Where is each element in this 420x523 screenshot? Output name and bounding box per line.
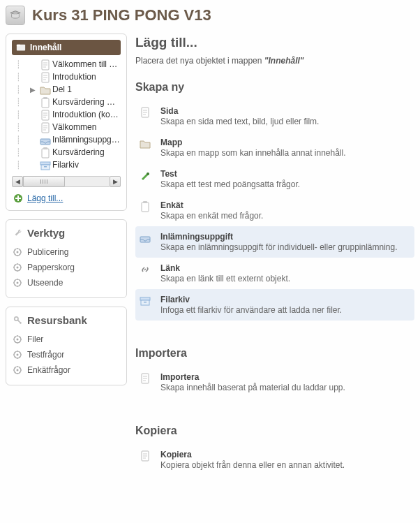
tree-guide: ┊	[16, 148, 27, 157]
option-title: Mapp	[160, 138, 346, 147]
page-icon	[40, 110, 50, 119]
side-item-label: Filer	[27, 334, 43, 344]
folder-icon	[16, 43, 26, 52]
section-import-title: Importera	[135, 347, 414, 360]
svg-point-18	[17, 267, 19, 269]
place-description: Placera det nya objektet i mappen "Inneh…	[135, 56, 414, 66]
tree-item[interactable]: ┊Välkommen till kurser	[12, 58, 121, 71]
section-create-title: Skapa ny	[135, 81, 414, 94]
page-icon	[140, 450, 152, 463]
create-option[interactable]: MappSkapa en mapp som kan innehålla anna…	[135, 132, 414, 163]
tree-item[interactable]: ┊Filarkiv	[12, 159, 121, 171]
tools-item[interactable]: Papperskorg	[12, 260, 121, 275]
wrench-icon	[13, 228, 23, 238]
tools-item[interactable]: Publicering	[12, 244, 121, 260]
archive-icon	[140, 295, 152, 308]
gear-icon	[13, 248, 22, 256]
horizontal-scrollbar[interactable]: ◀ ▶	[12, 175, 121, 188]
option-title: Länk	[160, 263, 290, 273]
option-title: Test	[160, 169, 300, 179]
scroll-right-button[interactable]: ▶	[110, 176, 121, 187]
option-description: Skapa en inlämningsuppgift för individue…	[160, 242, 398, 252]
svg-rect-5	[43, 97, 47, 99]
import-option[interactable]: ImporteraSkapa innehåll baserat på mater…	[135, 367, 414, 398]
resource-item[interactable]: Filer	[12, 332, 121, 347]
tree-item[interactable]: ┊Kursvärdering	[12, 146, 121, 159]
svg-point-16	[17, 251, 19, 253]
option-title: Importera	[160, 372, 345, 382]
gear-icon	[13, 263, 22, 272]
svg-rect-4	[42, 98, 49, 108]
tree-item[interactable]: ┊Inlämningsuppgift 2	[12, 133, 121, 146]
tools-title: Verktyg	[27, 227, 65, 239]
create-option[interactable]: SidaSkapa en sida med text, bild, ljud e…	[135, 101, 414, 132]
svg-point-23	[17, 339, 19, 341]
tree-root[interactable]: Innehåll	[12, 40, 121, 55]
side-item-label: Papperskorg	[27, 263, 75, 272]
tree-item[interactable]: ┊Kursvärdering V2013	[12, 96, 121, 108]
inbox-icon	[140, 233, 152, 245]
tree-guide: ┊	[16, 98, 27, 107]
gear-icon	[13, 351, 22, 359]
page-icon	[40, 72, 50, 82]
create-option[interactable]: FilarkivInfoga ett filarkiv för användar…	[135, 289, 414, 321]
copy-option[interactable]: KopieraKopiera objekt från denna eller e…	[135, 444, 414, 476]
main-title: Lägg till...	[135, 35, 414, 50]
resource-item[interactable]: Testfrågor	[12, 347, 121, 362]
tree-guide: ┊	[16, 60, 27, 69]
tree-guide: ┊	[16, 110, 27, 119]
scroll-left-button[interactable]: ◀	[12, 176, 23, 187]
side-item-label: Publicering	[27, 247, 68, 257]
resource-panel: Resursbank FilerTestfrågorEnkätfrågor	[6, 307, 127, 385]
option-description: Kopiera objekt från denna eller en annan…	[160, 460, 345, 470]
add-link-row[interactable]: Lägg till...	[12, 193, 121, 203]
plus-icon	[13, 193, 23, 203]
page-icon	[140, 107, 152, 119]
tree-item-label: Inlämningsuppgift 2	[52, 135, 121, 145]
clipboard-icon	[40, 147, 50, 157]
gear-icon	[13, 366, 22, 374]
svg-rect-10	[43, 147, 47, 149]
tree-item-label: Del 1	[52, 84, 72, 94]
page-icon	[140, 373, 152, 385]
tree-item-label: Introduktion (kopia)	[52, 110, 121, 119]
gear-icon	[13, 335, 22, 344]
option-description: Skapa en enkät med frågor.	[160, 211, 263, 221]
create-option[interactable]: TestSkapa ett test med poängsatta frågor…	[135, 163, 414, 195]
svg-rect-33	[140, 297, 150, 300]
folder-icon	[140, 138, 152, 151]
side-item-label: Utseende	[27, 278, 63, 288]
scroll-track[interactable]	[23, 176, 110, 187]
create-option[interactable]: LänkSkapa en länk till ett externt objek…	[135, 258, 414, 289]
svg-rect-35	[144, 302, 147, 303]
svg-rect-11	[40, 162, 50, 165]
option-title: Sida	[160, 106, 319, 116]
tree-item[interactable]: ┊Introduktion	[12, 71, 121, 83]
course-icon	[6, 6, 25, 25]
svg-rect-13	[44, 166, 47, 168]
option-title: Inlämningsuppgift	[160, 232, 398, 242]
svg-point-29	[147, 172, 149, 175]
create-option[interactable]: EnkätSkapa en enkät med frågor.	[135, 195, 414, 226]
svg-point-27	[17, 369, 19, 371]
resource-item[interactable]: Enkätfrågor	[12, 362, 121, 378]
tree-guide: ┊	[16, 123, 27, 132]
tree-item[interactable]: ┊Välkommen	[12, 121, 121, 133]
tree-item[interactable]: ┊Introduktion (kopia)	[12, 108, 121, 121]
tools-item[interactable]: Utseende	[12, 275, 121, 290]
resource-title: Resursbank	[27, 314, 87, 326]
create-option[interactable]: InlämningsuppgiftSkapa en inlämningsuppg…	[135, 226, 414, 258]
tree-item-label: Kursvärdering V2013	[52, 97, 121, 107]
svg-rect-31	[143, 201, 147, 203]
tree-panel: Innehåll ┊Välkommen till kurser┊Introduk…	[6, 34, 127, 211]
expand-icon[interactable]: ▶	[30, 86, 37, 94]
tree-item-label: Välkommen till kurser	[52, 59, 121, 69]
tree-item[interactable]: ┊▶Del 1	[12, 83, 121, 96]
page-icon	[40, 122, 50, 132]
page-icon	[40, 59, 50, 69]
scroll-thumb[interactable]	[23, 176, 65, 187]
svg-point-20	[17, 282, 19, 284]
page-title: Kurs 31 PING PONG V13	[32, 6, 211, 24]
option-title: Filarkiv	[160, 295, 342, 304]
add-link[interactable]: Lägg till...	[27, 193, 63, 203]
